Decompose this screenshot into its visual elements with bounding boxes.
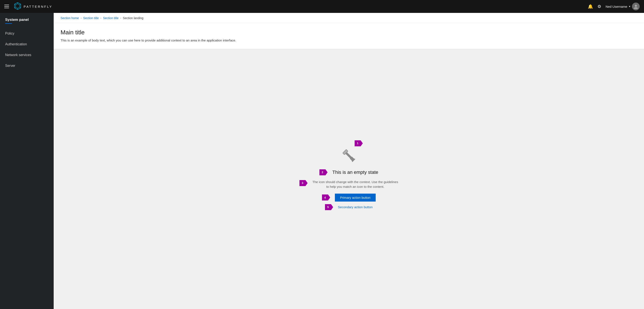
empty-state-title: This is an empty state xyxy=(332,170,378,175)
badge-2-wrap: 2 xyxy=(320,169,329,175)
wrench-section: 1 xyxy=(341,148,356,165)
secondary-action-row: 5 Secondary action button xyxy=(325,204,373,210)
breadcrumb: Section home › Section title › Section t… xyxy=(60,16,637,20)
breadcrumb-sep-1: › xyxy=(81,17,82,20)
breadcrumb-sep-3: › xyxy=(120,17,121,20)
title-section: Main title This is an example of body te… xyxy=(54,23,644,49)
primary-action-row: 4 Primary action button xyxy=(322,194,376,202)
badge-4-wrap: 4 xyxy=(322,194,332,200)
breadcrumb-section-title-1[interactable]: Section title xyxy=(83,16,99,20)
badge-5-wrap: 5 xyxy=(325,204,334,210)
settings-gear-icon[interactable]: ⚙ xyxy=(598,4,601,9)
user-avatar xyxy=(632,3,640,10)
annotation-badge-3: 3 xyxy=(300,180,306,186)
user-menu[interactable]: Ned Username ▾ xyxy=(606,3,640,10)
topnav-icons: 🔔 ⚙ Ned Username ▾ xyxy=(588,3,640,10)
breadcrumb-section-title-2[interactable]: Section title xyxy=(103,16,118,20)
brand-name: PATTERNFLY xyxy=(24,5,52,8)
secondary-action-button[interactable]: Secondary action button xyxy=(338,205,373,209)
brand-logo: PATTERNFLY xyxy=(14,2,52,11)
svg-point-8 xyxy=(635,5,637,7)
notification-bell-icon[interactable]: 🔔 xyxy=(588,4,593,9)
sidebar-panel-title: System panel xyxy=(5,18,48,22)
sidebar-item-server[interactable]: Server xyxy=(0,60,54,71)
breadcrumb-bar: Section home › Section title › Section t… xyxy=(54,13,644,23)
empty-state-desc-row: 3 The icon should change with the contex… xyxy=(300,180,398,189)
top-navigation: PATTERNFLY 🔔 ⚙ Ned Username ▾ xyxy=(0,0,644,13)
page-body-text: This is an example of body text, which y… xyxy=(60,38,637,43)
empty-state-description: The icon should change with the context.… xyxy=(312,180,398,189)
badge-3-wrap: 3 xyxy=(300,180,309,186)
action-buttons: 4 Primary action button 5 Secondary acti… xyxy=(322,194,376,210)
svg-marker-1 xyxy=(16,4,20,8)
annotation-badge-1: 1 xyxy=(355,140,361,146)
annotation-badge-2: 2 xyxy=(320,169,326,175)
sidebar-navigation: Policy Authentication Network services S… xyxy=(0,28,54,71)
user-menu-chevron-icon: ▾ xyxy=(629,5,630,8)
sidebar-item-authentication[interactable]: Authentication xyxy=(0,39,54,50)
page-title: Main title xyxy=(60,29,637,36)
breadcrumb-section-home[interactable]: Section home xyxy=(60,16,79,20)
username-label: Ned Username xyxy=(606,5,627,8)
main-content: Section home › Section title › Section t… xyxy=(54,13,644,309)
svg-point-9 xyxy=(634,7,638,9)
sidebar-panel-header: System panel xyxy=(0,13,54,26)
wrench-icon xyxy=(341,148,356,165)
sidebar: System panel Policy Authentication Netwo… xyxy=(0,13,54,309)
annotation-badge-4: 4 xyxy=(322,194,328,200)
empty-state-content: 1 xyxy=(300,148,398,210)
sidebar-item-network-services[interactable]: Network services xyxy=(0,50,54,60)
annotation-badge-5: 5 xyxy=(325,204,331,210)
patternfly-logo-icon xyxy=(14,2,22,11)
sidebar-item-policy[interactable]: Policy xyxy=(0,28,54,39)
sidebar-active-indicator xyxy=(5,23,12,24)
breadcrumb-sep-2: › xyxy=(100,17,101,20)
empty-state-title-row: 2 This is an empty state xyxy=(320,169,378,175)
primary-action-button[interactable]: Primary action button xyxy=(335,194,376,202)
badge-1-wrap: 1 xyxy=(355,140,361,146)
breadcrumb-current: Section landing xyxy=(123,16,144,20)
hamburger-menu-button[interactable] xyxy=(4,5,9,8)
app-layout: System panel Policy Authentication Netwo… xyxy=(0,13,644,309)
empty-state-area: 1 xyxy=(54,49,644,309)
